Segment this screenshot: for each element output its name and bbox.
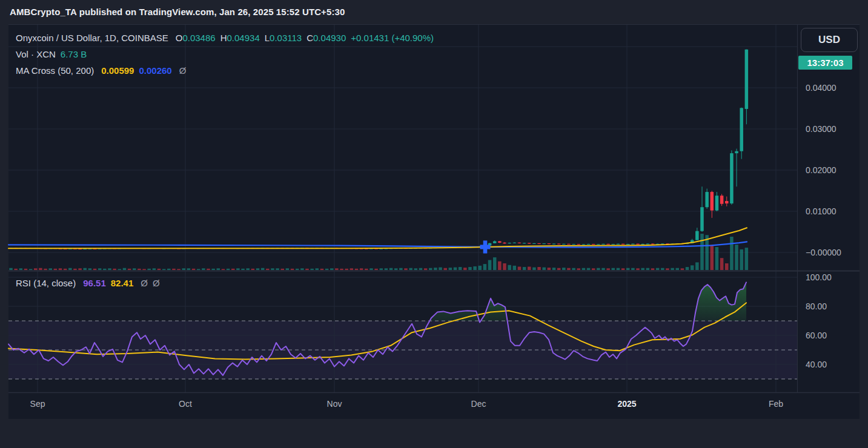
currency-toggle-button[interactable]: USD <box>801 28 858 52</box>
rsi-scale[interactable]: 100.00 80.00 60.00 40.00 <box>798 271 860 392</box>
price-tick: −0.00000 <box>806 248 841 257</box>
time-tick-year: 2025 <box>617 399 636 409</box>
rsi-value: 96.51 <box>83 278 106 288</box>
change-value: +0.01431 (+40.90%) <box>351 33 434 43</box>
snapshot-attribution: AMBCrypto_TA published on TradingView.co… <box>10 7 345 17</box>
price-tick: 0.04000 <box>806 83 837 93</box>
high-value: 0.04934 <box>227 33 260 43</box>
time-tick: Dec <box>471 399 486 409</box>
ma-cross-label: MA Cross (50, 200) <box>16 65 94 76</box>
price-tick: 0.03000 <box>806 124 837 134</box>
time-tick: Nov <box>327 399 342 409</box>
volume-value: 6.73 B <box>61 49 87 59</box>
symbol-legend-row: Onyxcoin / US Dollar, 1D, COINBASEO0.034… <box>16 33 434 43</box>
time-axis[interactable]: Sep Oct Nov Dec 2025 Feb <box>8 393 860 418</box>
ma200-value: 0.00260 <box>139 65 171 76</box>
rsi-tick: 80.00 <box>806 301 827 311</box>
tradingview-snapshot: { "header": { "attribution": "AMBCrypto_… <box>0 0 868 448</box>
high-label: H <box>220 33 227 43</box>
low-label: L <box>265 33 270 43</box>
rsi-tick: 60.00 <box>806 331 827 340</box>
price-tick: 0.02000 <box>806 165 837 175</box>
ma50-value: 0.00599 <box>101 65 134 76</box>
open-label: O <box>176 33 183 43</box>
price-tick: 0.01000 <box>806 206 837 216</box>
time-tick: Oct <box>179 399 192 409</box>
volume-legend-row: Vol · XCN6.73 B <box>16 49 87 59</box>
time-tick: Sep <box>30 399 45 409</box>
empty-set-icon: Ø <box>153 278 160 288</box>
rsi-tick: 100.00 <box>806 272 832 282</box>
empty-set-icon: Ø <box>141 278 148 288</box>
empty-set-icon: Ø <box>179 65 187 76</box>
open-value: 0.03486 <box>182 33 215 43</box>
close-label: C <box>306 33 313 43</box>
footer-bar: TradingView <box>0 419 868 448</box>
time-tick: Feb <box>769 399 783 409</box>
ma-cross-legend-row: MA Cross (50, 200)0.005990.00260Ø <box>16 65 186 76</box>
close-value: 0.04930 <box>313 33 346 43</box>
rsi-label: RSI (14, close) <box>16 278 76 288</box>
symbol-title: Onyxcoin / US Dollar, 1D, COINBASE <box>16 33 168 43</box>
volume-label: Vol · XCN <box>16 49 56 59</box>
rsi-tick: 40.00 <box>806 360 827 369</box>
low-value: 0.03113 <box>270 33 302 43</box>
rsi-legend-row: RSI (14, close)96.5182.41ØØ <box>16 278 160 288</box>
bar-countdown-timer[interactable]: 13:37:03 <box>798 56 852 70</box>
rsi-ma-value: 82.41 <box>111 278 134 288</box>
